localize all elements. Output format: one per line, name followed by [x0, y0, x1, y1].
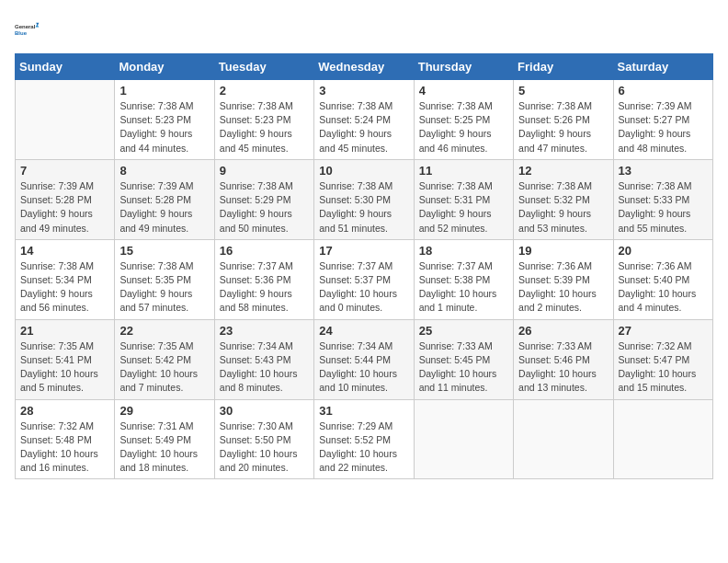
- day-info: Sunrise: 7:36 AMSunset: 5:40 PMDaylight:…: [619, 259, 708, 316]
- day-number: 17: [319, 244, 408, 258]
- calendar-cell: 9Sunrise: 7:38 AMSunset: 5:29 PMDaylight…: [214, 159, 313, 239]
- logo-icon: GeneralBlue: [15, 15, 44, 44]
- day-info: Sunrise: 7:38 AMSunset: 5:35 PMDaylight:…: [119, 259, 209, 316]
- calendar-cell: [414, 399, 513, 479]
- day-number: 26: [518, 324, 608, 338]
- calendar-cell: 22Sunrise: 7:35 AMSunset: 5:42 PMDayligh…: [115, 319, 214, 399]
- header-saturday: Saturday: [613, 54, 712, 80]
- day-number: 10: [319, 164, 408, 178]
- header-row: SundayMondayTuesdayWednesdayThursdayFrid…: [16, 54, 713, 80]
- calendar-cell: 20Sunrise: 7:36 AMSunset: 5:40 PMDayligh…: [613, 239, 712, 319]
- calendar-cell: 12Sunrise: 7:38 AMSunset: 5:32 PMDayligh…: [514, 159, 613, 239]
- page-header: GeneralBlue: [15, 15, 713, 44]
- day-info: Sunrise: 7:38 AMSunset: 5:31 PMDaylight:…: [419, 179, 508, 236]
- day-info: Sunrise: 7:39 AMSunset: 5:28 PMDaylight:…: [20, 179, 109, 236]
- day-number: 14: [20, 244, 109, 258]
- day-info: Sunrise: 7:38 AMSunset: 5:34 PMDaylight:…: [20, 259, 109, 316]
- day-number: 7: [20, 164, 109, 178]
- calendar-cell: 30Sunrise: 7:30 AMSunset: 5:50 PMDayligh…: [214, 399, 313, 479]
- calendar-cell: 5Sunrise: 7:38 AMSunset: 5:26 PMDaylight…: [514, 80, 613, 160]
- calendar-cell: 7Sunrise: 7:39 AMSunset: 5:28 PMDaylight…: [16, 159, 115, 239]
- day-info: Sunrise: 7:37 AMSunset: 5:37 PMDaylight:…: [319, 259, 408, 316]
- day-info: Sunrise: 7:38 AMSunset: 5:33 PMDaylight:…: [619, 179, 708, 236]
- day-info: Sunrise: 7:38 AMSunset: 5:24 PMDaylight:…: [319, 99, 408, 155]
- calendar-cell: 31Sunrise: 7:29 AMSunset: 5:52 PMDayligh…: [314, 399, 414, 479]
- day-number: 21: [20, 324, 109, 338]
- day-number: 13: [619, 164, 708, 178]
- week-row-1: 7Sunrise: 7:39 AMSunset: 5:28 PMDaylight…: [16, 159, 713, 239]
- calendar-cell: 2Sunrise: 7:38 AMSunset: 5:23 PMDaylight…: [214, 80, 313, 160]
- calendar-cell: 24Sunrise: 7:34 AMSunset: 5:44 PMDayligh…: [314, 319, 414, 399]
- day-number: 27: [619, 324, 708, 338]
- week-row-2: 14Sunrise: 7:38 AMSunset: 5:34 PMDayligh…: [16, 239, 713, 319]
- day-info: Sunrise: 7:32 AMSunset: 5:48 PMDaylight:…: [20, 419, 109, 476]
- calendar-cell: 23Sunrise: 7:34 AMSunset: 5:43 PMDayligh…: [214, 319, 313, 399]
- day-info: Sunrise: 7:34 AMSunset: 5:43 PMDaylight:…: [220, 339, 309, 396]
- day-info: Sunrise: 7:38 AMSunset: 5:29 PMDaylight:…: [220, 179, 309, 236]
- day-info: Sunrise: 7:38 AMSunset: 5:26 PMDaylight:…: [518, 99, 608, 155]
- calendar-table: SundayMondayTuesdayWednesdayThursdayFrid…: [15, 53, 713, 479]
- svg-marker-3: [35, 24, 39, 27]
- day-info: Sunrise: 7:33 AMSunset: 5:46 PMDaylight:…: [518, 339, 608, 396]
- day-info: Sunrise: 7:38 AMSunset: 5:30 PMDaylight:…: [319, 179, 408, 236]
- header-sunday: Sunday: [16, 54, 115, 80]
- day-number: 3: [319, 84, 408, 98]
- calendar-cell: 17Sunrise: 7:37 AMSunset: 5:37 PMDayligh…: [314, 239, 414, 319]
- day-number: 11: [419, 164, 508, 178]
- calendar-cell: 15Sunrise: 7:38 AMSunset: 5:35 PMDayligh…: [115, 239, 214, 319]
- day-number: 20: [619, 244, 708, 258]
- calendar-cell: 3Sunrise: 7:38 AMSunset: 5:24 PMDaylight…: [314, 80, 414, 160]
- calendar-cell: 27Sunrise: 7:32 AMSunset: 5:47 PMDayligh…: [613, 319, 712, 399]
- day-number: 22: [119, 324, 209, 338]
- day-number: 30: [220, 404, 309, 418]
- calendar-cell: 14Sunrise: 7:38 AMSunset: 5:34 PMDayligh…: [16, 239, 115, 319]
- day-info: Sunrise: 7:32 AMSunset: 5:47 PMDaylight:…: [619, 339, 708, 396]
- day-number: 19: [518, 244, 608, 258]
- day-info: Sunrise: 7:36 AMSunset: 5:39 PMDaylight:…: [518, 259, 608, 316]
- day-number: 31: [319, 404, 408, 418]
- calendar-cell: 19Sunrise: 7:36 AMSunset: 5:39 PMDayligh…: [514, 239, 613, 319]
- calendar-cell: 8Sunrise: 7:39 AMSunset: 5:28 PMDaylight…: [115, 159, 214, 239]
- day-number: 2: [220, 84, 309, 98]
- day-number: 15: [119, 244, 209, 258]
- day-number: 1: [119, 84, 209, 98]
- week-row-0: 1Sunrise: 7:38 AMSunset: 5:23 PMDaylight…: [16, 80, 713, 160]
- day-number: 5: [518, 84, 608, 98]
- week-row-3: 21Sunrise: 7:35 AMSunset: 5:41 PMDayligh…: [16, 319, 713, 399]
- day-info: Sunrise: 7:29 AMSunset: 5:52 PMDaylight:…: [319, 419, 408, 476]
- day-info: Sunrise: 7:39 AMSunset: 5:28 PMDaylight:…: [119, 179, 209, 236]
- svg-text:General: General: [15, 24, 36, 29]
- day-info: Sunrise: 7:35 AMSunset: 5:41 PMDaylight:…: [20, 339, 109, 396]
- header-monday: Monday: [115, 54, 214, 80]
- calendar-cell: 1Sunrise: 7:38 AMSunset: 5:23 PMDaylight…: [115, 80, 214, 160]
- day-info: Sunrise: 7:38 AMSunset: 5:23 PMDaylight:…: [119, 99, 209, 155]
- calendar-cell: 18Sunrise: 7:37 AMSunset: 5:38 PMDayligh…: [414, 239, 513, 319]
- calendar-cell: 13Sunrise: 7:38 AMSunset: 5:33 PMDayligh…: [613, 159, 712, 239]
- day-info: Sunrise: 7:39 AMSunset: 5:27 PMDaylight:…: [619, 99, 708, 155]
- day-number: 16: [220, 244, 309, 258]
- day-number: 18: [419, 244, 508, 258]
- calendar-cell: 26Sunrise: 7:33 AMSunset: 5:46 PMDayligh…: [514, 319, 613, 399]
- day-info: Sunrise: 7:33 AMSunset: 5:45 PMDaylight:…: [419, 339, 508, 396]
- calendar-cell: [514, 399, 613, 479]
- day-info: Sunrise: 7:34 AMSunset: 5:44 PMDaylight:…: [319, 339, 408, 396]
- header-thursday: Thursday: [414, 54, 513, 80]
- day-number: 9: [220, 164, 309, 178]
- day-number: 23: [220, 324, 309, 338]
- calendar-cell: 28Sunrise: 7:32 AMSunset: 5:48 PMDayligh…: [16, 399, 115, 479]
- day-number: 8: [119, 164, 209, 178]
- day-info: Sunrise: 7:37 AMSunset: 5:38 PMDaylight:…: [419, 259, 508, 316]
- day-info: Sunrise: 7:38 AMSunset: 5:23 PMDaylight:…: [220, 99, 309, 155]
- calendar-cell: 25Sunrise: 7:33 AMSunset: 5:45 PMDayligh…: [414, 319, 513, 399]
- calendar-cell: 11Sunrise: 7:38 AMSunset: 5:31 PMDayligh…: [414, 159, 513, 239]
- day-info: Sunrise: 7:38 AMSunset: 5:32 PMDaylight:…: [518, 179, 608, 236]
- day-info: Sunrise: 7:35 AMSunset: 5:42 PMDaylight:…: [119, 339, 209, 396]
- calendar-cell: 21Sunrise: 7:35 AMSunset: 5:41 PMDayligh…: [16, 319, 115, 399]
- day-number: 24: [319, 324, 408, 338]
- header-wednesday: Wednesday: [314, 54, 414, 80]
- day-number: 25: [419, 324, 508, 338]
- calendar-cell: 4Sunrise: 7:38 AMSunset: 5:25 PMDaylight…: [414, 80, 513, 160]
- header-friday: Friday: [514, 54, 613, 80]
- calendar-cell: 29Sunrise: 7:31 AMSunset: 5:49 PMDayligh…: [115, 399, 214, 479]
- calendar-cell: 16Sunrise: 7:37 AMSunset: 5:36 PMDayligh…: [214, 239, 313, 319]
